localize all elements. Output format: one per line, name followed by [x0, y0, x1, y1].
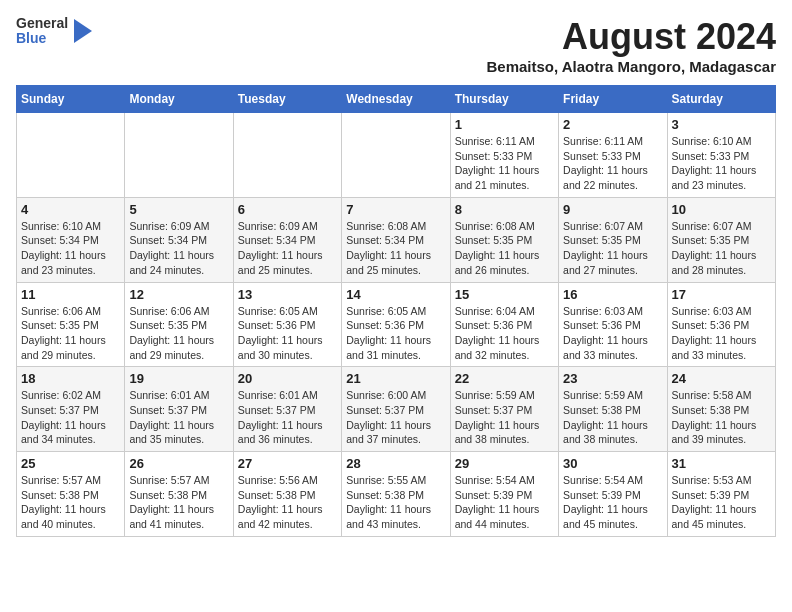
calendar-cell — [233, 113, 341, 198]
title-section: August 2024 Bemaitso, Alaotra Mangoro, M… — [486, 16, 776, 75]
calendar-cell: 24Sunrise: 5:58 AM Sunset: 5:38 PM Dayli… — [667, 367, 775, 452]
day-info: Sunrise: 6:06 AM Sunset: 5:35 PM Dayligh… — [21, 304, 120, 363]
day-info: Sunrise: 5:54 AM Sunset: 5:39 PM Dayligh… — [563, 473, 662, 532]
weekday-header: Friday — [559, 86, 667, 113]
day-info: Sunrise: 5:59 AM Sunset: 5:38 PM Dayligh… — [563, 388, 662, 447]
day-number: 4 — [21, 202, 120, 217]
calendar-cell: 31Sunrise: 5:53 AM Sunset: 5:39 PM Dayli… — [667, 452, 775, 537]
calendar-body: 1Sunrise: 6:11 AM Sunset: 5:33 PM Daylig… — [17, 113, 776, 537]
weekday-header: Wednesday — [342, 86, 450, 113]
calendar-week-row: 18Sunrise: 6:02 AM Sunset: 5:37 PM Dayli… — [17, 367, 776, 452]
calendar-header: SundayMondayTuesdayWednesdayThursdayFrid… — [17, 86, 776, 113]
day-info: Sunrise: 6:01 AM Sunset: 5:37 PM Dayligh… — [238, 388, 337, 447]
day-number: 12 — [129, 287, 228, 302]
logo: General Blue — [16, 16, 92, 47]
day-number: 17 — [672, 287, 771, 302]
calendar-cell: 9Sunrise: 6:07 AM Sunset: 5:35 PM Daylig… — [559, 197, 667, 282]
day-number: 9 — [563, 202, 662, 217]
day-number: 30 — [563, 456, 662, 471]
day-number: 11 — [21, 287, 120, 302]
calendar-week-row: 4Sunrise: 6:10 AM Sunset: 5:34 PM Daylig… — [17, 197, 776, 282]
day-info: Sunrise: 6:07 AM Sunset: 5:35 PM Dayligh… — [672, 219, 771, 278]
day-info: Sunrise: 6:05 AM Sunset: 5:36 PM Dayligh… — [238, 304, 337, 363]
calendar-week-row: 25Sunrise: 5:57 AM Sunset: 5:38 PM Dayli… — [17, 452, 776, 537]
calendar-cell: 19Sunrise: 6:01 AM Sunset: 5:37 PM Dayli… — [125, 367, 233, 452]
calendar-cell: 30Sunrise: 5:54 AM Sunset: 5:39 PM Dayli… — [559, 452, 667, 537]
day-number: 13 — [238, 287, 337, 302]
day-info: Sunrise: 5:54 AM Sunset: 5:39 PM Dayligh… — [455, 473, 554, 532]
calendar-cell: 3Sunrise: 6:10 AM Sunset: 5:33 PM Daylig… — [667, 113, 775, 198]
day-number: 15 — [455, 287, 554, 302]
day-info: Sunrise: 6:06 AM Sunset: 5:35 PM Dayligh… — [129, 304, 228, 363]
day-info: Sunrise: 5:56 AM Sunset: 5:38 PM Dayligh… — [238, 473, 337, 532]
day-number: 1 — [455, 117, 554, 132]
calendar-cell: 16Sunrise: 6:03 AM Sunset: 5:36 PM Dayli… — [559, 282, 667, 367]
day-number: 7 — [346, 202, 445, 217]
calendar-cell: 8Sunrise: 6:08 AM Sunset: 5:35 PM Daylig… — [450, 197, 558, 282]
day-number: 27 — [238, 456, 337, 471]
day-info: Sunrise: 6:01 AM Sunset: 5:37 PM Dayligh… — [129, 388, 228, 447]
calendar-cell: 1Sunrise: 6:11 AM Sunset: 5:33 PM Daylig… — [450, 113, 558, 198]
day-number: 5 — [129, 202, 228, 217]
day-info: Sunrise: 5:57 AM Sunset: 5:38 PM Dayligh… — [129, 473, 228, 532]
day-info: Sunrise: 6:11 AM Sunset: 5:33 PM Dayligh… — [455, 134, 554, 193]
day-number: 31 — [672, 456, 771, 471]
calendar-cell: 7Sunrise: 6:08 AM Sunset: 5:34 PM Daylig… — [342, 197, 450, 282]
day-info: Sunrise: 5:53 AM Sunset: 5:39 PM Dayligh… — [672, 473, 771, 532]
day-number: 24 — [672, 371, 771, 386]
subtitle: Bemaitso, Alaotra Mangoro, Madagascar — [486, 58, 776, 75]
day-number: 10 — [672, 202, 771, 217]
weekday-header: Monday — [125, 86, 233, 113]
calendar-cell: 20Sunrise: 6:01 AM Sunset: 5:37 PM Dayli… — [233, 367, 341, 452]
day-info: Sunrise: 6:00 AM Sunset: 5:37 PM Dayligh… — [346, 388, 445, 447]
main-title: August 2024 — [486, 16, 776, 58]
day-info: Sunrise: 6:04 AM Sunset: 5:36 PM Dayligh… — [455, 304, 554, 363]
weekday-row: SundayMondayTuesdayWednesdayThursdayFrid… — [17, 86, 776, 113]
day-info: Sunrise: 6:02 AM Sunset: 5:37 PM Dayligh… — [21, 388, 120, 447]
weekday-header: Tuesday — [233, 86, 341, 113]
calendar-cell: 2Sunrise: 6:11 AM Sunset: 5:33 PM Daylig… — [559, 113, 667, 198]
day-info: Sunrise: 6:08 AM Sunset: 5:34 PM Dayligh… — [346, 219, 445, 278]
day-number: 29 — [455, 456, 554, 471]
day-number: 16 — [563, 287, 662, 302]
calendar-cell: 4Sunrise: 6:10 AM Sunset: 5:34 PM Daylig… — [17, 197, 125, 282]
page-header: General Blue August 2024 Bemaitso, Alaot… — [16, 16, 776, 75]
calendar-cell: 26Sunrise: 5:57 AM Sunset: 5:38 PM Dayli… — [125, 452, 233, 537]
calendar-cell: 6Sunrise: 6:09 AM Sunset: 5:34 PM Daylig… — [233, 197, 341, 282]
calendar-cell: 28Sunrise: 5:55 AM Sunset: 5:38 PM Dayli… — [342, 452, 450, 537]
day-info: Sunrise: 6:11 AM Sunset: 5:33 PM Dayligh… — [563, 134, 662, 193]
day-info: Sunrise: 6:10 AM Sunset: 5:33 PM Dayligh… — [672, 134, 771, 193]
day-number: 3 — [672, 117, 771, 132]
calendar-cell: 10Sunrise: 6:07 AM Sunset: 5:35 PM Dayli… — [667, 197, 775, 282]
calendar-cell — [125, 113, 233, 198]
logo-line2: Blue — [16, 31, 68, 46]
calendar-cell — [342, 113, 450, 198]
calendar-table: SundayMondayTuesdayWednesdayThursdayFrid… — [16, 85, 776, 537]
day-number: 23 — [563, 371, 662, 386]
calendar-cell: 29Sunrise: 5:54 AM Sunset: 5:39 PM Dayli… — [450, 452, 558, 537]
calendar-cell — [17, 113, 125, 198]
calendar-cell: 17Sunrise: 6:03 AM Sunset: 5:36 PM Dayli… — [667, 282, 775, 367]
day-info: Sunrise: 5:57 AM Sunset: 5:38 PM Dayligh… — [21, 473, 120, 532]
calendar-cell: 25Sunrise: 5:57 AM Sunset: 5:38 PM Dayli… — [17, 452, 125, 537]
day-info: Sunrise: 6:05 AM Sunset: 5:36 PM Dayligh… — [346, 304, 445, 363]
calendar-cell: 12Sunrise: 6:06 AM Sunset: 5:35 PM Dayli… — [125, 282, 233, 367]
day-info: Sunrise: 5:55 AM Sunset: 5:38 PM Dayligh… — [346, 473, 445, 532]
calendar-cell: 5Sunrise: 6:09 AM Sunset: 5:34 PM Daylig… — [125, 197, 233, 282]
day-info: Sunrise: 5:59 AM Sunset: 5:37 PM Dayligh… — [455, 388, 554, 447]
day-number: 6 — [238, 202, 337, 217]
weekday-header: Sunday — [17, 86, 125, 113]
day-number: 2 — [563, 117, 662, 132]
calendar-week-row: 1Sunrise: 6:11 AM Sunset: 5:33 PM Daylig… — [17, 113, 776, 198]
calendar-cell: 18Sunrise: 6:02 AM Sunset: 5:37 PM Dayli… — [17, 367, 125, 452]
weekday-header: Thursday — [450, 86, 558, 113]
day-number: 14 — [346, 287, 445, 302]
day-info: Sunrise: 6:10 AM Sunset: 5:34 PM Dayligh… — [21, 219, 120, 278]
day-number: 8 — [455, 202, 554, 217]
weekday-header: Saturday — [667, 86, 775, 113]
day-number: 25 — [21, 456, 120, 471]
calendar-cell: 15Sunrise: 6:04 AM Sunset: 5:36 PM Dayli… — [450, 282, 558, 367]
day-number: 21 — [346, 371, 445, 386]
calendar-week-row: 11Sunrise: 6:06 AM Sunset: 5:35 PM Dayli… — [17, 282, 776, 367]
calendar-cell: 21Sunrise: 6:00 AM Sunset: 5:37 PM Dayli… — [342, 367, 450, 452]
